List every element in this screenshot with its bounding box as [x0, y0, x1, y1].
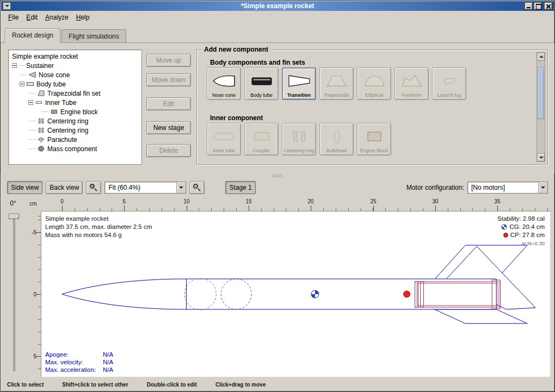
rocket-info: Simple example rocket Length 37.5 cm, ma…: [45, 215, 152, 239]
tree-item-centering-ring-2[interactable]: Centering ring: [9, 126, 141, 135]
component-scrollbar[interactable]: [536, 52, 545, 162]
tree-actions: Move up Move down Edit New stage Delete: [146, 54, 191, 157]
cp-marker: [404, 291, 410, 297]
collapse-icon[interactable]: [28, 100, 33, 105]
zoom-select[interactable]: Fit (60.4%): [104, 182, 186, 194]
centering-ring-icon: [283, 125, 315, 148]
menu-help[interactable]: Help: [72, 11, 94, 23]
chevron-down-icon[interactable]: [538, 182, 547, 193]
close-button[interactable]: [544, 2, 552, 10]
add-launch-lug-button[interactable]: Launch lug: [432, 67, 466, 100]
design-canvas[interactable]: Simple example rocket Length 37.5 cm, ma…: [41, 211, 550, 377]
apogee-label: Apogee:: [45, 351, 103, 358]
inner-tube-icon: [208, 125, 240, 148]
motor-config-select[interactable]: [No motors]: [467, 182, 548, 194]
tree-item-trapezoidal-fin-set[interactable]: Trapezoidal fin set: [9, 89, 141, 98]
chevron-down-icon[interactable]: [176, 182, 186, 193]
trapezoidal-fin-icon: [320, 70, 353, 92]
rotation-label: 0°: [1, 200, 26, 207]
menubar: File Edit Analyze Help: [1, 11, 554, 24]
rocket-mass: Mass with no motors 54.6 g: [45, 231, 152, 239]
add-centering-ring-button[interactable]: Centering ring: [282, 123, 316, 155]
flight-info: Apogee:N/A Max. velocity:N/A Max. accele…: [45, 351, 113, 374]
tree-item-body-tube[interactable]: Body tube: [9, 79, 141, 89]
menu-analyze[interactable]: Analyze: [41, 11, 72, 23]
cg-icon: [501, 224, 507, 230]
add-body-tube-button[interactable]: Body tube: [244, 67, 279, 100]
tree-item-mass-component[interactable]: Mass component: [9, 144, 141, 153]
add-trapezoidal-fin-button[interactable]: Trapezoidal: [319, 67, 354, 100]
minimize-button[interactable]: [525, 2, 533, 10]
zoom-value: Fit (60.4%): [105, 182, 176, 193]
back-view-button[interactable]: Back view: [46, 181, 83, 194]
add-elliptical-fin-button[interactable]: Elliptical: [357, 67, 391, 100]
cp-value: CP: 27.8 cm: [510, 231, 545, 239]
parachute-icon: [37, 136, 45, 143]
zoom-out-button[interactable]: −: [189, 181, 205, 194]
add-component-group: Add new component Body components and fi…: [196, 49, 548, 165]
tree-item-inner-tube[interactable]: Inner Tube: [9, 98, 141, 107]
add-component-title: Add new component: [201, 46, 271, 53]
tree-guide: [18, 65, 25, 66]
hint-click-drag: Click+drag to move: [215, 382, 266, 388]
tab-flight-simulations[interactable]: Flight simulations: [61, 29, 126, 42]
tree-item-sustainer[interactable]: Sustainer: [9, 61, 141, 70]
main-tabs: Rocket design Flight simulations: [5, 26, 127, 42]
add-freeform-fin-button[interactable]: Freeform: [394, 67, 429, 100]
menu-file[interactable]: File: [4, 11, 22, 23]
ruler-vertical: -5 0 5: [26, 211, 41, 377]
scroll-up-icon[interactable]: [537, 53, 545, 61]
centering-ring-icon: [37, 117, 45, 125]
tree-guide: [29, 130, 36, 130]
apogee-value: N/A: [103, 351, 113, 358]
menu-edit[interactable]: Edit: [22, 11, 41, 23]
rotation-slider[interactable]: [13, 215, 15, 371]
move-down-button[interactable]: Move down: [146, 73, 191, 86]
scrollbar-thumb[interactable]: [538, 67, 544, 119]
bulkhead-icon: [320, 125, 353, 148]
move-up-button[interactable]: Move up: [146, 54, 191, 67]
body-tube-icon: [26, 80, 34, 88]
maximize-button[interactable]: [534, 2, 542, 10]
add-nose-cone-button[interactable]: Nose cone: [207, 67, 241, 100]
app-window: *Simple example rocket File Edit Analyze…: [0, 0, 555, 392]
collapse-icon[interactable]: [20, 82, 24, 86]
panel-splitter[interactable]: [1, 173, 554, 178]
engine-block-icon: [50, 108, 58, 115]
delete-button[interactable]: Delete: [146, 144, 191, 157]
new-stage-button[interactable]: New stage: [146, 121, 191, 134]
max-velocity-label: Max. velocity:: [45, 358, 103, 366]
zoom-in-button[interactable]: +: [86, 181, 101, 194]
tree-item-engine-block[interactable]: Engine block: [9, 107, 141, 116]
tree-item-parachute[interactable]: Parachute: [9, 135, 141, 144]
mach-note: at M=0.30: [521, 239, 545, 247]
side-view-button[interactable]: Side view: [7, 181, 42, 194]
launch-lug-icon: [433, 70, 465, 92]
tree-item-nose-cone[interactable]: Nose cone: [9, 70, 141, 79]
edit-button[interactable]: Edit: [146, 97, 191, 110]
rotation-slider-handle[interactable]: [9, 214, 19, 219]
add-transition-button[interactable]: Transition: [282, 67, 316, 100]
scroll-down-icon[interactable]: [537, 153, 545, 161]
freeform-fin-icon: [396, 70, 428, 92]
tree-item-rocket[interactable]: Simple example rocket: [9, 52, 141, 61]
body-components-label: Body components and fin sets: [210, 59, 305, 66]
add-coupler-button[interactable]: Coupler: [244, 123, 279, 155]
app-icon[interactable]: [3, 2, 11, 10]
window-titlebar: *Simple example rocket: [1, 1, 554, 11]
coupler-icon: [245, 125, 278, 148]
tree-guide: [29, 139, 36, 140]
add-engine-block-button[interactable]: Engine block: [357, 123, 391, 155]
motor-config-value: [No motors]: [468, 182, 538, 193]
component-tree[interactable]: Simple example rocket Sustainer Nose con…: [8, 49, 142, 165]
motor-config-label: Motor configuration:: [406, 184, 464, 191]
add-inner-tube-button[interactable]: Inner tube: [207, 123, 241, 155]
window-title: *Simple example rocket: [1, 2, 554, 10]
collapse-icon[interactable]: [12, 63, 17, 68]
tab-rocket-design[interactable]: Rocket design: [5, 28, 60, 43]
stage-1-toggle[interactable]: Stage 1: [225, 181, 255, 194]
design-panel: Simple example rocket Sustainer Nose con…: [1, 42, 554, 173]
inner-component-label: Inner component: [210, 114, 263, 122]
tree-item-centering-ring-1[interactable]: Centering ring: [9, 116, 141, 126]
add-bulkhead-button[interactable]: Bulkhead: [319, 123, 354, 155]
